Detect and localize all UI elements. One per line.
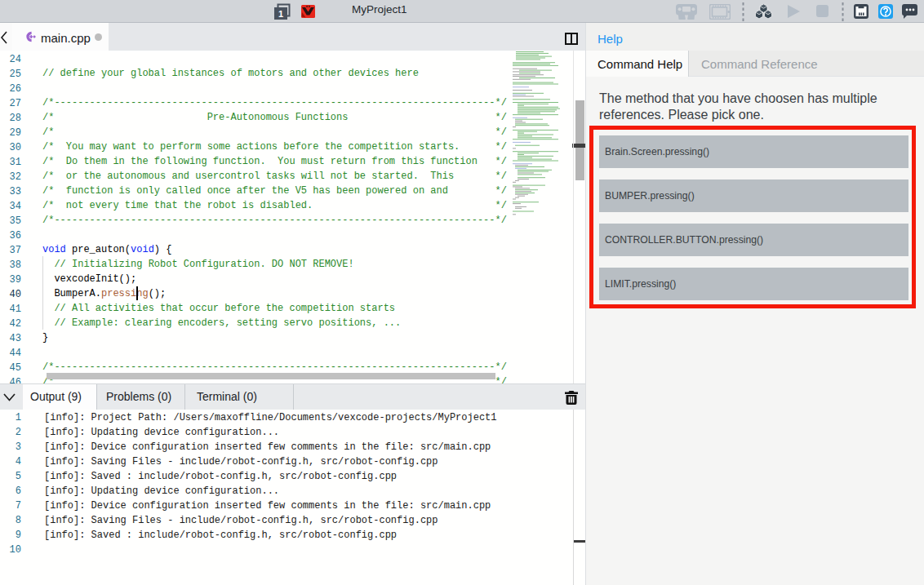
svg-text:1: 1 <box>278 9 283 19</box>
